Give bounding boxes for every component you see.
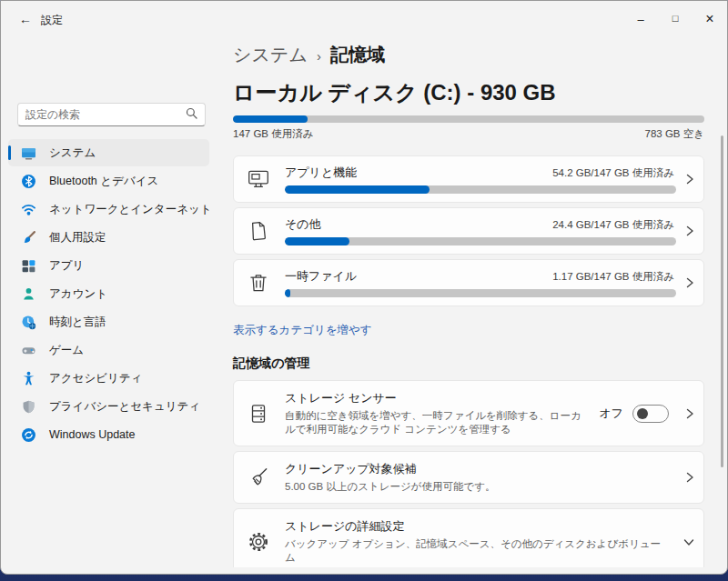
back-icon: ← (19, 12, 32, 26)
sidebar-item-accessibility[interactable]: アクセシビリティ (8, 365, 209, 392)
privacy-icon (21, 399, 36, 415)
selected-indicator (8, 145, 11, 160)
advanced-storage-description: バックアップ オプション、記憶域スペース、その他のディスクおよびボリューム (285, 537, 667, 565)
toggle-state-label: オフ (599, 406, 623, 422)
breadcrumb: システム › 記憶域 (233, 43, 704, 67)
storage-sense-row[interactable]: ストレージ センサー 自動的に空き領域を増やす、一時ファイルを削除する、ローカル… (233, 380, 704, 446)
app-title: 設定 (41, 13, 63, 28)
bluetooth-icon (21, 174, 36, 189)
category-usage-bar (285, 185, 676, 194)
window-controls: – □ × (623, 1, 727, 37)
sidebar: 設定の検索 システム Bluetooth とデバイス (1, 37, 217, 574)
sidebar-item-apps[interactable]: アプリ (8, 252, 209, 279)
personalization-icon (21, 230, 36, 245)
breadcrumb-parent[interactable]: システム (233, 43, 308, 67)
search-input[interactable]: 設定の検索 (17, 103, 206, 126)
category-usage: 54.2 GB/147 GB 使用済み (552, 166, 674, 180)
disk-used-label: 147 GB 使用済み (233, 127, 313, 141)
advanced-storage-icon (247, 530, 270, 554)
system-icon (21, 145, 36, 161)
chevron-right-icon (684, 471, 695, 484)
sidebar-item-privacy-security[interactable]: プライバシーとセキュリティ (8, 393, 209, 420)
search-placeholder: 設定の検索 (25, 107, 186, 123)
category-usage-bar (285, 237, 676, 245)
titlebar: ← 設定 – □ × (1, 1, 727, 37)
chevron-right-icon (684, 225, 695, 237)
sidebar-item-network-internet[interactable]: ネットワークとインターネット (8, 195, 209, 223)
chevron-right-icon (684, 407, 695, 420)
sidebar-item-accounts[interactable]: アカウント (8, 280, 209, 307)
advanced-storage-title: ストレージの詳細設定 (285, 518, 667, 535)
disk-free-label: 783 GB 空き (645, 127, 704, 141)
cleanup-icon (247, 466, 270, 489)
category-usage-bar (285, 289, 676, 297)
breadcrumb-current: 記憶域 (330, 43, 385, 67)
apps-icon (21, 258, 36, 274)
minimize-icon: – (637, 13, 643, 26)
accounts-icon (21, 286, 36, 302)
settings-window: ← 設定 – □ × 設定の検索 システム (0, 0, 728, 575)
storage-sense-description: 自動的に空き領域を増やす、一時ファイルを削除する、ローカルで利用可能なクラウド … (285, 409, 590, 436)
maximize-button[interactable]: □ (658, 1, 693, 37)
apps-features-icon (247, 167, 270, 191)
network-icon (21, 202, 36, 217)
sidebar-item-bluetooth-devices[interactable]: Bluetooth とデバイス (8, 167, 209, 195)
cleanup-description: 5.00 GB 以上のストレージが使用可能です。 (285, 480, 667, 494)
category-label: アプリと機能 (285, 165, 357, 181)
sidebar-item-personalization[interactable]: 個人用設定 (8, 224, 209, 251)
sidebar-item-system[interactable]: システム (8, 139, 209, 166)
show-more-categories-link[interactable]: 表示するカテゴリを増やす (233, 323, 372, 338)
close-icon: × (705, 11, 713, 27)
breadcrumb-separator-icon: › (317, 48, 321, 64)
management-list: ストレージ センサー 自動的に空き領域を増やす、一時ファイルを削除する、ローカル… (233, 380, 704, 567)
back-button[interactable]: ← (14, 8, 37, 30)
accessibility-icon (21, 371, 36, 386)
page-title: ローカル ディスク (C:) - 930 GB (233, 78, 704, 107)
sidebar-item-label: システム (49, 145, 96, 161)
sidebar-item-gaming[interactable]: ゲーム (8, 336, 209, 364)
time-language-icon (21, 315, 36, 330)
sidebar-item-time-language[interactable]: 時刻と言語 (8, 308, 209, 336)
temp-files-icon (247, 271, 270, 295)
cleanup-recommendations-row[interactable]: クリーンアップ対象候補 5.00 GB 以上のストレージが使用可能です。 (233, 451, 704, 504)
minimize-button[interactable]: – (623, 1, 658, 37)
windows-update-icon (21, 427, 36, 443)
storage-sense-title: ストレージ センサー (285, 390, 590, 406)
chevron-right-icon (684, 173, 695, 185)
category-temp-files[interactable]: 一時ファイル 1.17 GB/147 GB 使用済み (233, 259, 704, 306)
main-content: システム › 記憶域 ローカル ディスク (C:) - 930 GB 147 G… (217, 37, 726, 567)
sidebar-item-windows-update[interactable]: Windows Update (8, 421, 209, 448)
category-apps-features[interactable]: アプリと機能 54.2 GB/147 GB 使用済み (233, 155, 704, 203)
scrollbar-thumb[interactable] (721, 135, 723, 467)
disk-usage-labels: 147 GB 使用済み 783 GB 空き (233, 127, 704, 141)
disk-usage-fill (233, 115, 308, 123)
maximize-icon: □ (672, 13, 679, 24)
category-other[interactable]: その他 24.4 GB/147 GB 使用済み (233, 207, 704, 255)
storage-management-header: 記憶域の管理 (233, 356, 704, 372)
cleanup-title: クリーンアップ対象候補 (285, 461, 667, 477)
chevron-down-icon (682, 536, 695, 547)
search-icon (186, 106, 197, 123)
other-icon (247, 219, 270, 243)
gaming-icon (21, 343, 36, 358)
close-button[interactable]: × (693, 1, 727, 37)
disk-usage-bar (233, 115, 704, 123)
sidebar-nav: システム Bluetooth とデバイス ネットワークとインターネット (8, 139, 209, 449)
storage-sense-icon (247, 402, 270, 426)
storage-sense-toggle[interactable] (632, 405, 669, 423)
advanced-storage-row[interactable]: ストレージの詳細設定 バックアップ オプション、記憶域スペース、その他のディスク… (233, 508, 704, 567)
category-list: アプリと機能 54.2 GB/147 GB 使用済み そ (233, 155, 704, 306)
chevron-right-icon (684, 276, 695, 289)
